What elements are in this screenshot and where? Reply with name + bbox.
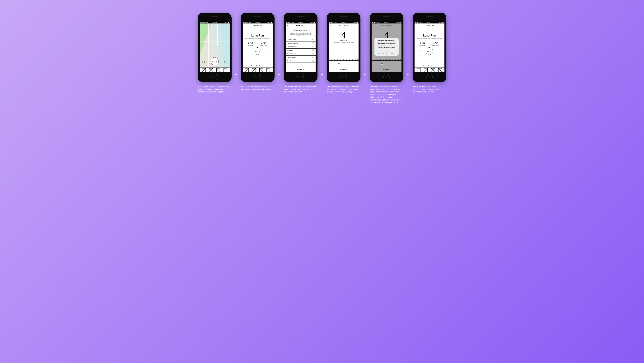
phone-frame: ●●●●● InVision ⌃ 8:00 PM 100% ▮▮ [ ] STA…	[198, 13, 232, 82]
tick: 5	[340, 59, 344, 60]
caption: Barry opens the Training Schedual tab an…	[241, 85, 274, 90]
status-bar: ●●●●● InVision ⌃ 8:00 PM 100% ▮▮	[414, 21, 444, 23]
radio-icon[interactable]	[312, 53, 314, 54]
settings-button[interactable]: [ ]	[224, 61, 228, 63]
close-button[interactable]: X	[287, 24, 288, 26]
tick: 10	[356, 59, 358, 60]
status-battery: 100% ▮▮	[354, 22, 358, 23]
tab-full-schedule[interactable]: Full Schedule	[258, 27, 272, 31]
music-button[interactable]: [ ]	[418, 50, 421, 52]
alert-dialog: "AppName" wants to modify your training …	[374, 38, 398, 55]
injury-option[interactable]: Achilles Tendonillis	[286, 41, 316, 45]
caption: The app then prompts Barry to enter the …	[327, 85, 360, 93]
pain-number: 4	[341, 30, 346, 39]
screen-map: ●●●●● InVision ⌃ 8:00 PM 100% ▮▮ [ ] STA…	[200, 21, 230, 72]
tab-icon[interactable]	[252, 68, 256, 72]
training-plan-overview-link[interactable]: Training Plan Overview	[414, 64, 444, 67]
injury-option[interactable]: Pulled muscles	[286, 59, 316, 63]
distance-value: 7.50	[248, 42, 253, 45]
injury-label: Plantar fasciitis	[287, 57, 296, 58]
tab-bar	[200, 67, 230, 72]
tabs: This Week Full Schedule	[243, 27, 272, 31]
frame-3: ●●●●● InVision ⌃ 8:00 PM 100% ▮▮ X Add A…	[284, 13, 318, 93]
status-bar: ●●●●● InVision ⌃ 8:00 PM 100% ▮▮	[243, 21, 272, 23]
tab-icon[interactable]	[438, 68, 442, 72]
frame-1: ●●●●● InVision ⌃ 8:00 PM 100% ▮▮ [ ] STA…	[198, 13, 232, 93]
header: Training Plan	[243, 23, 272, 27]
tab-this-week[interactable]: This Week	[243, 27, 258, 31]
continue-button[interactable]: Continue	[328, 67, 358, 72]
arrow-icon: ▸	[321, 73, 323, 76]
tick: 6	[344, 59, 346, 60]
radio-icon[interactable]	[312, 57, 314, 58]
pain-display: 4 MODERATE Pain is noticable, but tolera…	[328, 27, 358, 67]
caption: The app knows that Barry took a two mont…	[370, 85, 404, 104]
slider-handle[interactable]	[338, 63, 340, 65]
page-title: Injury Pain Level	[338, 24, 350, 26]
music-button[interactable]: [ ]	[202, 61, 205, 63]
injury-list: Runner's KneeAchilles TendonillisHamstri…	[286, 38, 316, 63]
tab-icon[interactable]	[260, 68, 263, 72]
alert-title: "AppName" wants to modify your training …	[374, 38, 398, 45]
distance-value: 7.50	[420, 42, 425, 45]
injury-label: Achilles Tendonillis	[287, 42, 298, 44]
tab-icon[interactable]	[424, 68, 428, 72]
screen-training-plan: ●●●●● InVision ⌃ 8:00 PM 100% ▮▮ Trainin…	[243, 21, 272, 72]
alert-dont-allow-button[interactable]: Don't Allow	[374, 51, 387, 56]
radio-icon[interactable]	[312, 42, 314, 44]
workout-title: Long Run	[244, 34, 271, 37]
phone-frame: ●●●●● InVision ⌃ 8:00 PM 100% ▮▮ Trainin…	[412, 13, 446, 82]
status-left: ●●●●● InVision ⌃	[286, 22, 295, 23]
tab-icon[interactable]	[209, 68, 213, 72]
settings-button[interactable]: [ ]	[266, 50, 268, 52]
pace-label: TARGET PACE	[432, 45, 439, 46]
tab-bar	[243, 67, 272, 72]
tab-icon[interactable]	[431, 68, 435, 72]
injury-option[interactable]: Stress Fracture	[286, 52, 316, 56]
arrow-icon: ▸	[236, 73, 237, 76]
music-button[interactable]: [ ]	[246, 50, 249, 52]
injury-option[interactable]: Hamstring Issues	[286, 45, 316, 48]
status-bar: ●●●●● InVision ⌃ 8:00 PM 100% ▮▮	[286, 21, 316, 23]
workout-subtitle: Build up your endurance as you grind thr…	[244, 38, 271, 39]
slider-track[interactable]	[328, 60, 358, 67]
radio-icon[interactable]	[312, 46, 314, 47]
tab-full-schedule[interactable]: Full Schedule	[430, 27, 444, 31]
tick: 7	[346, 59, 350, 60]
radio-icon[interactable]	[312, 49, 314, 51]
map-view[interactable]: [ ] START [ ]	[200, 23, 230, 67]
start-button[interactable]: START	[426, 47, 433, 55]
alert-overlay: "AppName" wants to modify your training …	[372, 21, 402, 72]
question-body: Please tell us what kind of injury you a…	[290, 31, 312, 36]
start-button[interactable]: START	[254, 47, 261, 55]
injury-option[interactable]: Runner's Knee	[286, 38, 316, 41]
injury-label: Runner's Knee	[287, 39, 296, 40]
tab-icon[interactable]	[266, 68, 270, 72]
settings-button[interactable]: [ ]	[438, 50, 440, 52]
tab-icon[interactable]	[245, 68, 248, 72]
radio-icon[interactable]	[312, 39, 314, 40]
tab-this-week[interactable]: This Week	[414, 27, 430, 31]
frame-6: ●●●●● InVision ⌃ 8:00 PM 100% ▮▮ Trainin…	[412, 13, 446, 93]
injury-option[interactable]: Shinsplints	[286, 48, 316, 52]
continue-button[interactable]: Continue	[286, 67, 316, 72]
injury-option[interactable]: Plantar fasciitis	[286, 56, 316, 59]
screen-pain-level: ●●●●● InVision ⌃ 8:00 PM 100% ▮▮ < Injur…	[328, 21, 358, 72]
training-plan-overview-link[interactable]: Training Plan Overview	[243, 64, 272, 67]
caption: Barry injured himself during his evening…	[198, 85, 232, 93]
back-button[interactable]: <	[330, 24, 331, 26]
start-button[interactable]: START	[211, 57, 219, 65]
radio-icon[interactable]	[312, 60, 314, 61]
status-left: ●●●●● InVision ⌃	[329, 22, 338, 23]
tick: 4	[338, 59, 341, 60]
tab-icon[interactable]	[216, 68, 220, 72]
alert-allow-button[interactable]: Allow	[386, 51, 398, 56]
status-time: 8:00 PM	[427, 22, 432, 23]
tab-icon[interactable]	[417, 68, 420, 72]
tab-icon[interactable]	[202, 68, 206, 72]
screen-training-plan-updated: ●●●●● InVision ⌃ 8:00 PM 100% ▮▮ Trainin…	[414, 21, 444, 72]
status-time: 8:00 PM	[212, 22, 216, 23]
tick: 1	[328, 59, 332, 60]
tab-icon[interactable]	[224, 68, 227, 72]
pain-description: Pain is noticable, but tolerable. It can…	[328, 41, 358, 45]
